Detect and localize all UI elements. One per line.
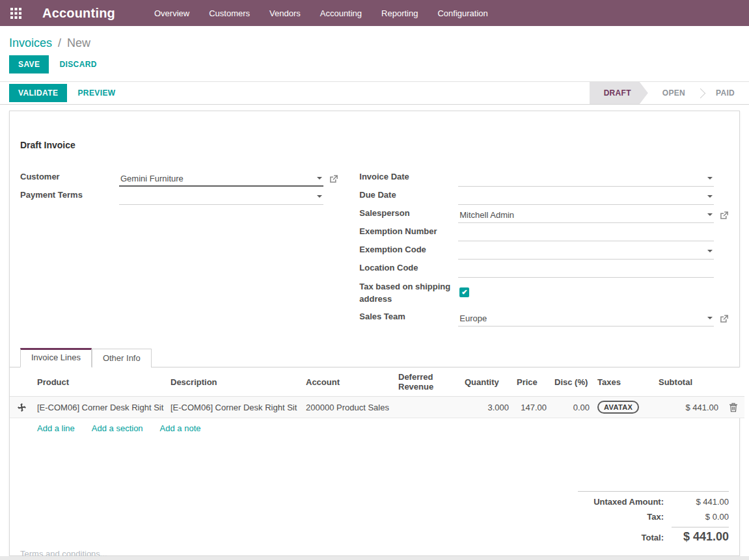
invoice-sheet: Draft Invoice Customer Gemini Furniture — [9, 111, 740, 556]
due-date-input[interactable] — [458, 189, 714, 205]
invoice-line-row[interactable]: [E-COM06] Corner Desk Right Sit [E-COM06… — [10, 397, 744, 418]
cell-product[interactable]: [E-COM06] Corner Desk Right Sit — [33, 397, 167, 418]
payment-terms-input[interactable] — [119, 189, 323, 205]
col-header-subtotal[interactable]: Subtotal — [655, 367, 722, 397]
discard-button[interactable]: DISCARD — [51, 55, 104, 73]
cell-subtotal: $ 441.00 — [655, 397, 722, 418]
col-header-deferred-revenue[interactable]: Deferred Revenue — [394, 367, 461, 397]
menu-customers[interactable]: Customers — [209, 8, 250, 18]
customer-input[interactable]: Gemini Furniture — [119, 171, 323, 187]
location-code-input[interactable] — [458, 262, 714, 278]
control-panel-buttons: SAVE DISCARD — [0, 55, 749, 81]
apps-grid-icon[interactable] — [10, 8, 21, 19]
invoice-date-label: Invoice Date — [359, 171, 458, 187]
col-header-disc[interactable]: Disc (%) — [551, 367, 593, 397]
payment-terms-label: Payment Terms — [20, 189, 119, 205]
totals-summary: Untaxed Amount: $ 441.00 Tax: $ 0.00 Tot… — [578, 491, 729, 549]
table-header-row: Product Description Account Deferred Rev… — [10, 367, 744, 397]
menu-vendors[interactable]: Vendors — [269, 8, 301, 18]
app-title[interactable]: Accounting — [42, 6, 115, 21]
breadcrumb-current: New — [67, 36, 90, 49]
location-code-label: Location Code — [359, 262, 458, 278]
chevron-down-icon[interactable] — [317, 195, 322, 198]
col-header-product[interactable]: Product — [33, 367, 167, 397]
tab-other-info[interactable]: Other Info — [92, 349, 152, 367]
menu-reporting[interactable]: Reporting — [381, 8, 418, 18]
status-draft[interactable]: DRAFT — [590, 82, 648, 104]
exemption-code-label: Exemption Code — [359, 244, 458, 260]
chevron-down-icon[interactable] — [707, 213, 713, 216]
field-customer: Customer Gemini Furniture — [20, 169, 338, 187]
col-header-account[interactable]: Account — [302, 367, 394, 397]
trash-icon[interactable] — [729, 403, 738, 412]
add-a-section-link[interactable]: Add a section — [92, 423, 143, 433]
col-header-quantity[interactable]: Quantity — [461, 367, 513, 397]
col-header-taxes[interactable]: Taxes — [593, 367, 655, 397]
sheet-title: Draft Invoice — [20, 140, 729, 150]
exemption-number-input[interactable] — [458, 226, 714, 241]
salesperson-value[interactable]: Mitchell Admin — [459, 210, 703, 220]
field-sales-team: Sales Team Europe — [359, 309, 729, 327]
status-open[interactable]: OPEN — [648, 82, 700, 104]
chevron-down-icon[interactable] — [317, 177, 322, 180]
add-a-note-link[interactable]: Add a note — [160, 423, 201, 433]
cell-description[interactable]: [E-COM06] Corner Desk Right Sit — [167, 397, 302, 418]
tab-invoice-lines[interactable]: Invoice Lines — [20, 348, 92, 367]
page-background-strip — [0, 556, 749, 560]
untaxed-amount-row: Untaxed Amount: $ 441.00 — [578, 497, 729, 507]
preview-button[interactable]: PREVIEW — [70, 84, 123, 102]
chevron-down-icon[interactable] — [707, 250, 713, 252]
cell-account[interactable]: 200000 Product Sales — [302, 397, 394, 418]
field-exemption-number: Exemption Number — [359, 224, 729, 241]
save-button[interactable]: SAVE — [9, 55, 49, 73]
salesperson-input[interactable]: Mitchell Admin — [458, 207, 714, 223]
chevron-down-icon[interactable] — [707, 317, 713, 319]
drag-handle-icon[interactable] — [18, 403, 26, 412]
external-link-icon[interactable] — [719, 211, 729, 220]
line-add-links: Add a line Add a section Add a note — [10, 418, 739, 439]
cell-disc[interactable]: 0.00 — [551, 397, 593, 418]
tax-label: Tax: — [647, 512, 664, 522]
tax-badge[interactable]: AVATAX — [597, 401, 639, 414]
field-payment-terms: Payment Terms — [20, 187, 338, 205]
cell-price[interactable]: 147.00 — [513, 397, 551, 418]
cell-deferred-revenue[interactable] — [394, 397, 461, 418]
field-tax-based-on-shipping: Tax based on shipping address ✔ — [359, 278, 729, 308]
invoice-date-input[interactable] — [458, 171, 714, 187]
breadcrumb: Invoices / New — [0, 26, 749, 55]
tax-shipping-label: Tax based on shipping address — [359, 281, 458, 306]
menu-overview[interactable]: Overview — [154, 8, 189, 18]
col-header-price[interactable]: Price — [513, 367, 551, 397]
external-link-icon[interactable] — [329, 174, 338, 184]
untaxed-amount-label: Untaxed Amount: — [593, 497, 664, 507]
sales-team-value[interactable]: Europe — [459, 313, 703, 323]
sales-team-label: Sales Team — [359, 311, 458, 327]
breadcrumb-separator: / — [58, 36, 61, 49]
add-a-line-link[interactable]: Add a line — [37, 423, 75, 433]
status-paid[interactable]: PAID — [701, 82, 749, 104]
main-menu: Overview Customers Vendors Accounting Re… — [154, 8, 488, 18]
menu-accounting[interactable]: Accounting — [320, 8, 362, 18]
cell-taxes[interactable]: AVATAX — [593, 397, 655, 418]
due-date-label: Due Date — [359, 189, 458, 205]
menu-configuration[interactable]: Configuration — [437, 8, 487, 18]
exemption-code-input[interactable] — [458, 244, 714, 260]
tax-shipping-checkbox[interactable]: ✔ — [459, 287, 469, 297]
customer-label: Customer — [20, 171, 119, 187]
cell-quantity[interactable]: 3.000 — [461, 397, 513, 418]
customer-value[interactable]: Gemini Furniture — [120, 174, 313, 183]
invoice-lines-table: Product Description Account Deferred Rev… — [10, 367, 744, 418]
col-header-description[interactable]: Description — [167, 367, 302, 397]
sales-team-input[interactable]: Europe — [458, 311, 714, 327]
field-location-code: Location Code — [359, 260, 729, 278]
external-link-icon[interactable] — [719, 314, 729, 324]
tax-value: $ 0.00 — [672, 512, 729, 522]
field-due-date: Due Date — [359, 187, 729, 205]
validate-button[interactable]: VALIDATE — [9, 84, 67, 102]
chevron-down-icon[interactable] — [707, 195, 713, 198]
field-salesperson: Salesperson Mitchell Admin — [359, 206, 729, 223]
total-label: Total: — [642, 533, 664, 542]
breadcrumb-invoices-link[interactable]: Invoices — [9, 36, 52, 49]
chevron-down-icon[interactable] — [707, 177, 713, 180]
terms-placeholder[interactable]: Terms and conditions... — [20, 549, 107, 556]
